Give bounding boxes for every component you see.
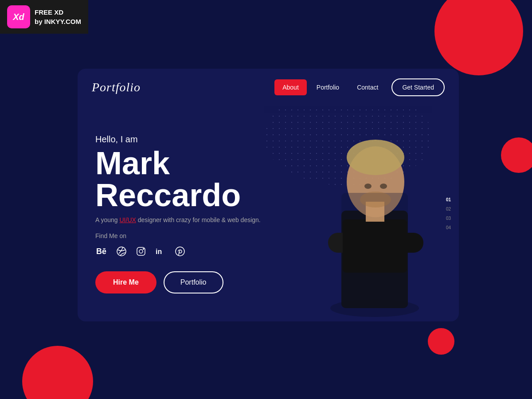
svg-point-6 — [176, 247, 184, 256]
slide-indicators: 01 02 03 04 — [446, 197, 451, 230]
navbar: Portfolio About Portfolio Contact Get St… — [78, 69, 459, 106]
tagline: A young UI/UX designer with crazy for mo… — [95, 216, 299, 223]
person-illustration — [317, 106, 441, 321]
slide-indicator-4[interactable]: 04 — [446, 225, 451, 230]
svg-point-18 — [360, 192, 391, 207]
tagline-highlight: UI/UX — [120, 216, 136, 223]
slide-indicator-1[interactable]: 01 — [446, 197, 451, 202]
social-dribbble-icon[interactable] — [115, 245, 128, 258]
social-linkedin-icon[interactable]: in — [154, 245, 167, 258]
find-me-label: Find Me on — [95, 232, 299, 239]
hire-me-button[interactable]: Hire Me — [95, 271, 156, 293]
circle-top-right — [434, 0, 523, 75]
nav-item-portfolio[interactable]: Portfolio — [309, 79, 347, 95]
get-started-button[interactable]: Get Started — [391, 78, 445, 96]
xd-badge: Xd FREE XD by INKYY.COM — [0, 0, 88, 34]
svg-point-3 — [139, 250, 143, 253]
svg-text:Bē: Bē — [96, 247, 106, 256]
xd-logo-icon: Xd — [7, 5, 30, 28]
social-behance-icon[interactable]: Bē — [95, 245, 109, 258]
greeting-text: Hello, I am — [95, 134, 299, 145]
left-content: Hello, I am Mark Reccardo A young UI/UX … — [78, 106, 317, 321]
social-pinterest-icon[interactable] — [173, 245, 187, 258]
svg-point-10 — [347, 140, 404, 175]
nav-item-contact[interactable]: Contact — [349, 79, 386, 95]
hero-photo-area: 01 02 03 04 — [317, 106, 459, 321]
svg-point-17 — [380, 184, 387, 189]
social-icons: Bē — [95, 245, 299, 258]
circle-bottom-left — [22, 346, 93, 399]
svg-point-16 — [364, 184, 372, 189]
nav-links: About Portfolio Contact Get Started — [274, 78, 445, 96]
svg-text:in: in — [156, 248, 162, 255]
logo: Portfolio — [92, 80, 141, 94]
card-body: Hello, I am Mark Reccardo A young UI/UX … — [78, 106, 459, 321]
social-instagram-icon[interactable] — [134, 245, 148, 258]
portfolio-button[interactable]: Portfolio — [164, 271, 223, 293]
xd-badge-text: FREE XD by INKYY.COM — [35, 8, 81, 26]
svg-rect-14 — [343, 219, 407, 273]
slide-indicator-3[interactable]: 03 — [446, 216, 451, 221]
slide-indicator-2[interactable]: 02 — [446, 207, 451, 211]
svg-point-4 — [143, 248, 144, 249]
hero-name: Mark Reccardo — [95, 147, 299, 211]
circle-bottom-right — [428, 328, 454, 355]
nav-item-about[interactable]: About — [274, 79, 307, 95]
main-card: Portfolio About Portfolio Contact Get St… — [78, 69, 459, 321]
cta-buttons: Hire Me Portfolio — [95, 271, 299, 293]
circle-mid-right — [501, 137, 532, 173]
